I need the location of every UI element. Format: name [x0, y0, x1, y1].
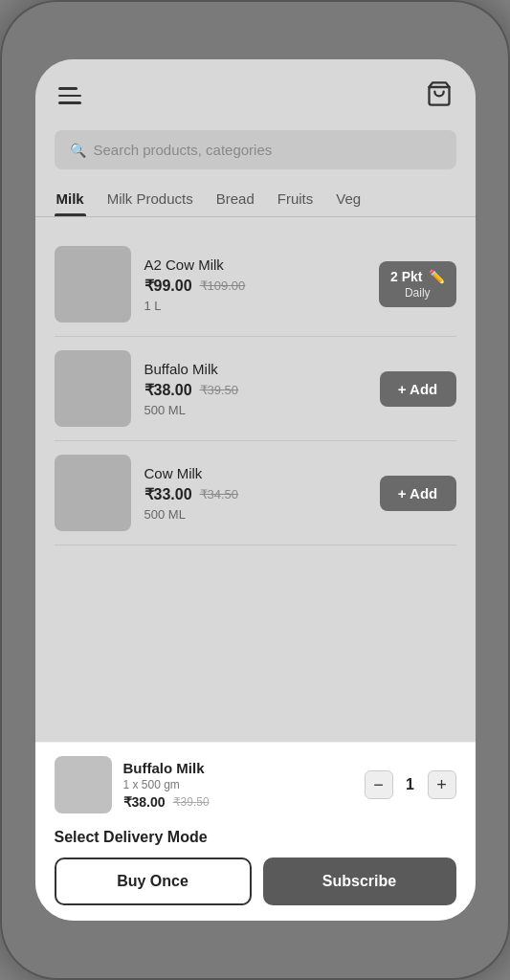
tab-milk-products[interactable]: Milk Products	[105, 183, 195, 216]
decrease-quantity-button[interactable]: −	[365, 770, 393, 799]
product-qty: 500 ML	[144, 403, 366, 417]
product-image-a2-cow-milk	[55, 246, 131, 323]
search-bar[interactable]: 🔍 Search products, categories	[55, 130, 456, 169]
delivery-title: Select Delivery Mode	[55, 829, 456, 846]
price-original: ₹109.00	[200, 278, 246, 293]
cart-icon[interactable]	[426, 80, 453, 111]
product-info-buffalo-milk: Buffalo Milk ₹38.00 ₹39.50 500 ML	[144, 361, 366, 417]
product-name: A2 Cow Milk	[144, 256, 366, 273]
tab-milk[interactable]: Milk	[55, 183, 86, 216]
cart-original-price: ₹39.50	[173, 795, 210, 809]
edit-icon: ✏️	[429, 269, 445, 284]
tab-bread[interactable]: Bread	[214, 183, 256, 216]
delivery-buttons: Buy Once Subscribe	[55, 858, 456, 905]
price-current: ₹33.00	[144, 485, 192, 503]
product-buffalo-milk: Buffalo Milk ₹38.00 ₹39.50 500 ML + Add	[55, 337, 456, 441]
price-row: ₹99.00 ₹109.00	[144, 277, 366, 295]
product-name: Buffalo Milk	[144, 361, 366, 377]
cart-price-row: ₹38.00 ₹39.50	[123, 794, 353, 810]
product-info-a2-cow-milk: A2 Cow Milk ₹99.00 ₹109.00 1 L	[144, 256, 366, 313]
price-row: ₹38.00 ₹39.50	[144, 381, 366, 399]
product-image-buffalo-milk	[55, 350, 131, 427]
product-info-cow-milk: Cow Milk ₹33.00 ₹34.50 500 ML	[144, 465, 366, 522]
pkt-label: 2 Pkt	[390, 269, 422, 284]
subscribe-button[interactable]: Subscribe	[263, 858, 456, 905]
price-original: ₹34.50	[200, 487, 239, 501]
product-image-cow-milk	[55, 455, 131, 531]
tab-fruits[interactable]: Fruits	[276, 183, 316, 216]
increase-quantity-button[interactable]: +	[428, 770, 456, 799]
price-row: ₹33.00 ₹34.50	[144, 485, 366, 503]
cart-item-info: Buffalo Milk 1 x 500 gm ₹38.00 ₹39.50	[123, 760, 353, 810]
buy-once-button[interactable]: Buy Once	[55, 858, 252, 905]
product-name: Cow Milk	[144, 465, 366, 481]
price-current: ₹38.00	[144, 381, 192, 399]
product-qty: 500 ML	[144, 507, 366, 522]
cart-item-name: Buffalo Milk	[123, 760, 353, 776]
add-button-buffalo-milk[interactable]: + Add	[380, 371, 456, 407]
products-area: A2 Cow Milk ₹99.00 ₹109.00 1 L 2 Pkt ✏️ …	[35, 217, 476, 742]
product-a2-cow-milk: A2 Cow Milk ₹99.00 ₹109.00 1 L 2 Pkt ✏️ …	[55, 233, 456, 337]
search-placeholder: Search products, categories	[94, 142, 273, 158]
quantity-count: 1	[403, 776, 418, 793]
menu-icon[interactable]	[58, 87, 81, 104]
cart-item-sub: 1 x 500 gm	[123, 778, 353, 791]
cart-item-row: Buffalo Milk 1 x 500 gm ₹38.00 ₹39.50 − …	[55, 756, 456, 813]
price-current: ₹99.00	[144, 277, 192, 295]
category-tabs: Milk Milk Products Bread Fruits Veg	[35, 183, 476, 217]
product-cow-milk: Cow Milk ₹33.00 ₹34.50 500 ML + Add	[55, 441, 456, 546]
phone-frame: 🔍 Search products, categories Milk Milk …	[0, 0, 510, 980]
cart-price: ₹38.00	[123, 794, 166, 810]
top-nav	[35, 59, 476, 122]
in-cart-button-a2-cow-milk[interactable]: 2 Pkt ✏️ Daily	[379, 261, 455, 307]
product-qty: 1 L	[144, 299, 366, 313]
tab-veg[interactable]: Veg	[334, 183, 363, 216]
quantity-control: − 1 +	[365, 770, 456, 799]
schedule-label: Daily	[405, 286, 431, 300]
phone-screen: 🔍 Search products, categories Milk Milk …	[35, 59, 476, 921]
add-button-cow-milk[interactable]: + Add	[380, 476, 456, 511]
delivery-section: Select Delivery Mode Buy Once Subscribe	[35, 829, 476, 921]
search-icon: 🔍	[70, 143, 86, 158]
cart-item-image	[55, 756, 112, 813]
cart-bottom-panel: Buffalo Milk 1 x 500 gm ₹38.00 ₹39.50 − …	[35, 742, 476, 829]
price-original: ₹39.50	[200, 383, 239, 397]
